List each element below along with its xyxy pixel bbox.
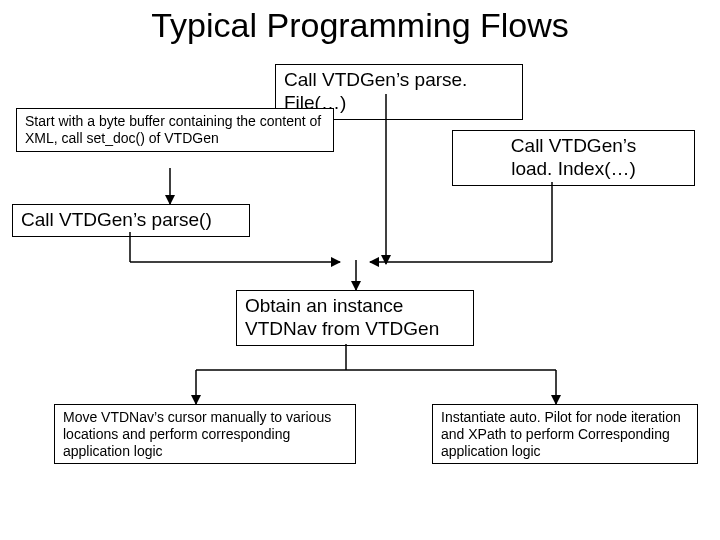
loadindex-line1: Call VTDGen’s: [511, 135, 636, 156]
box-autopilot: Instantiate auto. Pilot for node iterati…: [432, 404, 698, 464]
loadindex-line2: load. Index(…): [511, 158, 636, 179]
box-movenav: Move VTDNav’s cursor manually to various…: [54, 404, 356, 464]
box-start: Start with a byte buffer containing the …: [16, 108, 334, 152]
box-obtain: Obtain an instance VTDNav from VTDGen: [236, 290, 474, 346]
box-parse: Call VTDGen’s parse(): [12, 204, 250, 237]
box-loadindex: Call VTDGen’s load. Index(…): [452, 130, 695, 186]
page-title: Typical Programming Flows: [0, 6, 720, 45]
